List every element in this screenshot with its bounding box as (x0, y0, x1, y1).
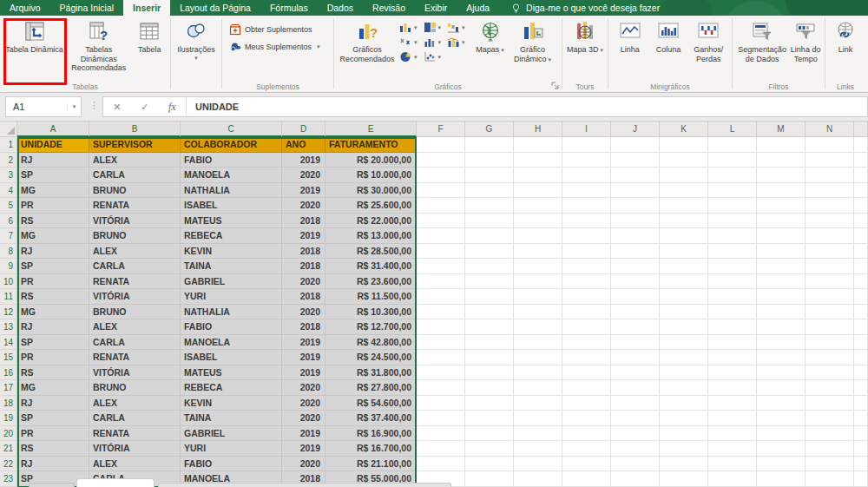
cell-empty[interactable] (708, 153, 757, 168)
cell-empty[interactable] (417, 396, 465, 411)
cell-empty[interactable] (806, 198, 854, 214)
cell-empty[interactable] (806, 289, 854, 305)
cell-empty[interactable] (708, 380, 757, 396)
table-cell[interactable]: RS (17, 289, 89, 305)
cell-empty[interactable] (660, 228, 708, 244)
table-cell[interactable]: 2019 (282, 441, 326, 457)
table-cell[interactable]: R$ 28.500,00 (326, 244, 417, 260)
cell-empty[interactable] (417, 259, 465, 274)
table-cell[interactable]: MG (17, 183, 89, 199)
cell-empty[interactable] (514, 198, 562, 214)
ribbon-tab-layout-da-página[interactable]: Layout da Página (170, 0, 260, 16)
cell-empty[interactable] (806, 411, 854, 426)
cell-empty[interactable] (562, 214, 611, 229)
cell-empty[interactable] (611, 244, 660, 260)
cell-empty[interactable] (562, 396, 611, 411)
table-cell[interactable]: R$ 11.500,00 (326, 289, 417, 305)
cell-empty[interactable] (757, 183, 806, 199)
cell-empty[interactable] (806, 274, 854, 290)
cell-empty[interactable] (514, 305, 562, 320)
table-cell[interactable]: 2018 (282, 214, 326, 229)
cell-empty[interactable] (611, 457, 660, 472)
table-cell[interactable]: 2020 (282, 380, 326, 396)
table-cell[interactable]: PR (17, 426, 89, 442)
cell-empty[interactable] (465, 350, 514, 365)
cell-empty[interactable] (611, 350, 660, 365)
formula-bar-grip[interactable]: ⋮ (89, 100, 99, 111)
cell-empty[interactable] (562, 289, 611, 305)
table-cell[interactable]: YURI (181, 441, 282, 457)
cell-empty[interactable] (562, 305, 611, 320)
table-cell[interactable]: R$ 16.900,00 (326, 426, 417, 442)
table-button[interactable]: Tabela (131, 17, 168, 55)
column-header-j[interactable]: J (611, 122, 660, 137)
map-3d-button[interactable]: Mapa 3D (565, 17, 605, 56)
table-cell[interactable]: RS (17, 214, 89, 229)
row-header-22[interactable]: 22 (0, 457, 17, 472)
cell-empty[interactable] (465, 441, 514, 457)
table-cell[interactable]: VITÓRIA (89, 289, 181, 305)
enter-icon[interactable]: ✓ (141, 102, 148, 113)
cell-empty[interactable] (806, 457, 854, 472)
cell-empty[interactable] (562, 274, 611, 290)
insert-hierarchy-chart-button[interactable] (422, 21, 444, 34)
cell-empty[interactable] (465, 289, 514, 305)
cell-empty[interactable] (708, 441, 757, 457)
table-cell[interactable]: BRUNO (89, 380, 181, 396)
cell-empty[interactable] (660, 289, 708, 305)
cell-empty[interactable] (465, 244, 514, 260)
insert-line-chart-button[interactable] (422, 36, 444, 49)
cell-empty[interactable] (660, 168, 708, 183)
cell-empty[interactable] (660, 319, 708, 335)
table-cell[interactable]: KEVIN (181, 396, 282, 411)
ribbon-tab-ajuda[interactable]: Ajuda (457, 0, 499, 16)
cell-empty[interactable] (708, 471, 757, 487)
cell-empty[interactable] (708, 350, 757, 365)
cell-empty[interactable] (562, 471, 611, 487)
cell-empty[interactable] (806, 305, 854, 320)
table-cell[interactable]: 2020 (282, 396, 326, 411)
cell-empty[interactable] (465, 274, 514, 290)
column-header-n[interactable]: N (806, 122, 854, 137)
ribbon-tab-revisão[interactable]: Revisão (363, 0, 415, 16)
cell-empty[interactable] (611, 305, 660, 320)
cell-empty[interactable] (562, 335, 611, 351)
cell-empty[interactable] (806, 153, 854, 168)
cell-empty[interactable] (757, 335, 806, 351)
row-header-20[interactable]: 20 (0, 426, 17, 442)
cell-empty[interactable] (708, 198, 757, 214)
cell-empty[interactable] (465, 214, 514, 229)
table-cell[interactable]: 2020 (282, 198, 326, 214)
cell-empty[interactable] (514, 168, 562, 183)
cell-empty[interactable] (660, 411, 708, 426)
sparkline-line-button[interactable]: Linha (611, 17, 648, 55)
table-cell[interactable]: NATHALIA (181, 305, 282, 320)
row-header-17[interactable]: 17 (0, 380, 17, 396)
cell-empty[interactable] (660, 380, 708, 396)
illustrations-button[interactable]: Ilustrações (174, 17, 219, 62)
cell-empty[interactable] (417, 411, 465, 426)
cell-empty[interactable] (708, 457, 757, 472)
table-cell[interactable]: VITÓRIA (89, 214, 181, 229)
cell-empty[interactable] (757, 274, 806, 290)
table-cell[interactable]: SP (17, 335, 89, 351)
table-cell[interactable]: 2018 (282, 259, 326, 274)
cell-header-unidade[interactable]: UNIDADE (17, 137, 89, 153)
table-cell[interactable]: MG (17, 380, 89, 396)
cell-empty[interactable] (757, 411, 806, 426)
table-cell[interactable]: PR (17, 198, 89, 214)
table-cell[interactable]: CARLA (89, 168, 181, 183)
cell-empty[interactable] (514, 259, 562, 274)
get-addins-button[interactable]: Obter Suplementos (225, 21, 317, 38)
cell-empty[interactable] (417, 244, 465, 260)
cell-empty[interactable] (417, 457, 465, 472)
table-cell[interactable]: SP (17, 168, 89, 183)
ribbon-tab-página-inicial[interactable]: Página Inicial (50, 0, 123, 16)
cell-empty[interactable] (562, 183, 611, 199)
cell-empty[interactable] (708, 137, 757, 153)
cell-empty[interactable] (708, 168, 757, 183)
cell-empty[interactable] (757, 441, 806, 457)
table-cell[interactable]: 2020 (282, 305, 326, 320)
table-cell[interactable]: 2018 (282, 319, 326, 335)
table-cell[interactable]: MANOELA (181, 168, 282, 183)
